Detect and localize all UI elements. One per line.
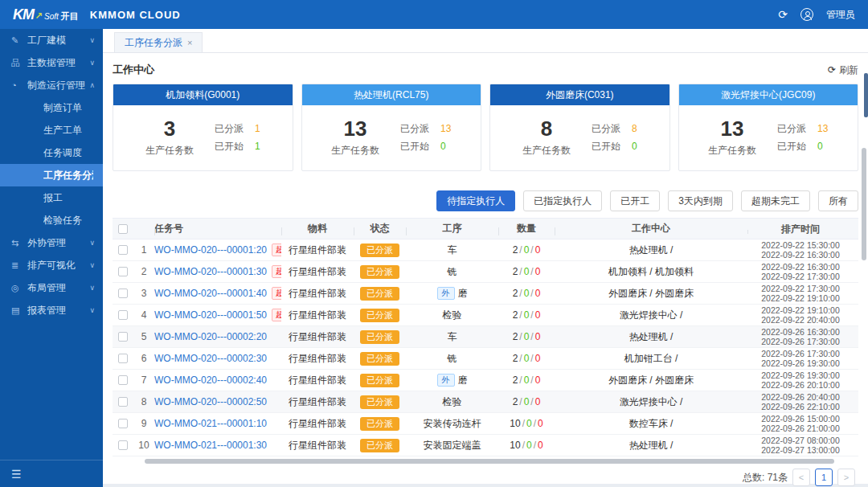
refresh-button[interactable]: ⟳ 刷新 (828, 63, 858, 77)
page-1-button[interactable]: 1 (815, 469, 833, 486)
topbar-refresh-icon[interactable]: ⟳ (778, 8, 788, 21)
scheduled-end-time: 2022-09-27 13:00:00 (761, 445, 840, 455)
sidebar-item[interactable]: 生产工单 (0, 119, 103, 141)
qty-overdue: 0 (535, 244, 541, 256)
status-badge: 已分派 (360, 330, 399, 344)
col-header-time[interactable]: 排产时间 (747, 224, 854, 234)
task-number-link[interactable]: WO-MMO-020---00001:20 (154, 244, 267, 256)
qty-overdue: 0 (535, 331, 541, 342)
task-number-link[interactable]: WO-MMO-021---00001:30 (154, 440, 267, 451)
row-index: 7 (133, 374, 154, 386)
status-badge: 已分派 (360, 265, 399, 279)
workcenter-card: 热处理机(RCL75) 13 生产任务数 已分派 13 已开始 0 (301, 84, 482, 171)
sidebar-item[interactable]: 任务调度 (0, 141, 103, 164)
col-header-process[interactable]: 工序 (406, 222, 498, 235)
tab-close-icon[interactable]: × (187, 38, 192, 47)
qty-total: 2 (513, 244, 518, 256)
scheduled-start-time: 2022-09-22 17:30:00 (761, 284, 840, 293)
layout-icon: ◎ (11, 283, 24, 293)
scheduled-start-time: 2022-09-26 16:30:00 (761, 327, 840, 337)
table-row: 1 WO-MMO-020---00001:20 超期 行星组件部装 已分派 车 … (113, 239, 858, 261)
qty-total: 2 (513, 331, 518, 342)
workcenter-cell: 热处理机 / (555, 244, 747, 257)
task-count-label: 生产任务数 (522, 144, 571, 158)
chevron-icon: ∨ (89, 284, 95, 292)
hscrollbar-thumb[interactable] (145, 459, 834, 464)
sidebar-item-label: 制造运行管理 (27, 79, 88, 92)
prev-page-button[interactable]: < (792, 469, 810, 486)
sidebar-collapse-button[interactable]: ☰ (0, 460, 103, 487)
tab-process-task-dispatch[interactable]: 工序任务分派 × (114, 32, 203, 52)
task-number-link[interactable]: WO-MMO-020---00001:40 (154, 288, 267, 299)
row-checkbox[interactable] (118, 397, 128, 407)
row-checkbox[interactable] (118, 419, 128, 428)
sidebar-item[interactable]: 检验任务 (0, 209, 103, 231)
row-checkbox[interactable] (118, 440, 128, 450)
table-vertical-scrollbar-thumb[interactable] (862, 148, 866, 260)
qty-overdue: 0 (535, 266, 541, 277)
row-checkbox[interactable] (118, 354, 128, 363)
sidebar-item[interactable]: 品 主数据管理 ∨ (0, 51, 103, 74)
sidebar-item[interactable]: ◎ 布局管理 ∨ (0, 276, 103, 299)
task-number-link[interactable]: WO-MMO-020---00002:40 (154, 374, 267, 386)
workcenter-card-title[interactable]: 机加领料(G0001) (113, 84, 293, 105)
user-avatar-icon[interactable] (800, 8, 813, 21)
task-number-link[interactable]: WO-MMO-021---00001:10 (154, 418, 267, 429)
sidebar-item[interactable]: 报工 (0, 186, 103, 209)
sidebar-item[interactable]: ✎ 工厂建模 ∨ (0, 29, 103, 51)
filter-button[interactable]: 已指定执行人 (523, 190, 602, 211)
workcenter-cell: 激光焊接中心 / (555, 395, 747, 409)
select-all-checkbox[interactable] (118, 224, 128, 234)
row-checkbox[interactable] (118, 289, 128, 298)
table-header-row: 任务号 物料 状态 工序 数量 工作中心 排产时间 (113, 219, 858, 239)
table-row: 10 WO-MMO-021---00001:30 行星组件部装 已分派 安装固定… (113, 435, 858, 456)
task-number-link[interactable]: WO-MMO-020---00001:50 (154, 309, 267, 321)
row-checkbox[interactable] (118, 375, 128, 385)
collapse-sidebar-icon: ☰ (11, 468, 22, 481)
col-header-material[interactable]: 物料 (281, 222, 354, 235)
filter-button[interactable]: 超期未完工 (741, 190, 810, 211)
sidebar-item[interactable]: ≣ 排产可视化 ∨ (0, 254, 103, 276)
col-header-task[interactable]: 任务号 (154, 222, 281, 235)
workcenter-card-title[interactable]: 热处理机(RCL75) (302, 84, 481, 105)
material-cell: 行星组件部装 (281, 330, 354, 344)
filter-button[interactable]: 3天内到期 (668, 190, 733, 211)
scheduled-end-time: 2022-09-22 17:30:00 (761, 272, 840, 281)
filter-button[interactable]: 已开工 (610, 190, 660, 211)
sidebar-item[interactable]: 工序任务分派 (0, 164, 103, 186)
assigned-value: 8 (632, 120, 637, 137)
row-index: 1 (133, 244, 154, 256)
started-label: 已开始 (592, 137, 620, 155)
user-name[interactable]: 管理员 (826, 8, 855, 22)
col-header-status[interactable]: 状态 (354, 222, 406, 235)
task-number-link[interactable]: WO-MMO-020---00002:50 (154, 396, 267, 407)
sidebar-item[interactable]: 制造订单 (0, 96, 103, 119)
task-number-link[interactable]: WO-MMO-020---00001:30 (154, 266, 267, 277)
task-number-link[interactable]: WO-MMO-020---00002:30 (154, 353, 267, 364)
process-cell: 安装传动连杆 (424, 417, 481, 431)
table-row: 5 WO-MMO-020---00002:20 行星组件部装 已分派 车 2/0… (113, 326, 858, 348)
qty-overdue: 0 (535, 396, 541, 407)
row-checkbox[interactable] (118, 245, 128, 255)
row-checkbox[interactable] (118, 310, 128, 320)
task-number-link[interactable]: WO-MMO-020---00002:20 (154, 331, 267, 342)
workcenter-card-title[interactable]: 激光焊接中心(JGC09) (679, 84, 858, 105)
sidebar-item[interactable]: ◔ 制造运行管理 ∧ (0, 74, 103, 96)
process-cell: 车 (448, 244, 457, 257)
workcenter-section-title: 工作中心 (113, 63, 154, 77)
filter-button[interactable]: 所有 (818, 190, 858, 211)
row-checkbox[interactable] (118, 332, 128, 342)
sidebar-item[interactable]: ▤ 报表管理 ∨ (0, 299, 103, 321)
workcenter-card: 激光焊接中心(JGC09) 13 生产任务数 已分派 13 已开始 0 (678, 84, 859, 171)
row-checkbox[interactable] (118, 267, 128, 276)
material-cell: 行星组件部装 (281, 374, 354, 387)
next-page-button[interactable]: > (837, 469, 855, 486)
col-header-qty[interactable]: 数量 (498, 222, 555, 235)
col-header-workcenter[interactable]: 工作中心 (555, 222, 747, 235)
page-vertical-scrollbar-thumb[interactable] (864, 73, 868, 117)
sidebar-item[interactable]: ⇆ 外协管理 ∨ (0, 231, 103, 254)
filter-button[interactable]: 待指定执行人 (436, 190, 515, 211)
status-badge: 已分派 (360, 374, 399, 387)
assigned-value: 13 (440, 120, 451, 137)
workcenter-card-title[interactable]: 外圆磨床(C031) (490, 84, 669, 105)
